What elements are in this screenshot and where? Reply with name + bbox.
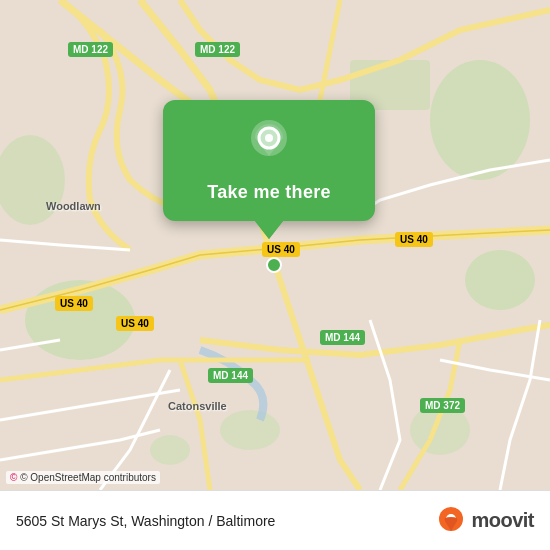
openstreetmap-credit: © © OpenStreetMap contributors [6, 471, 160, 484]
road-badge-md122-tc: MD 122 [195, 42, 240, 57]
road-badge-us40-lower: US 40 [116, 316, 154, 331]
road-badge-us40-left: US 40 [55, 296, 93, 311]
address-text: 5605 St Marys St, Washington / Baltimore [16, 513, 435, 529]
city-label-woodlawn: Woodlawn [46, 200, 101, 212]
take-me-there-callout[interactable]: Take me there [163, 100, 375, 221]
svg-point-6 [220, 410, 280, 450]
map-container: MD 122 MD 122 US 40 US 40 US 40 US 40 MD… [0, 0, 550, 490]
road-badge-md144-l: MD 144 [208, 368, 253, 383]
location-pin-icon [247, 118, 291, 174]
road-badge-us40-center: US 40 [262, 242, 300, 257]
road-badge-md122-tl: MD 122 [68, 42, 113, 57]
svg-point-3 [465, 250, 535, 310]
callout-label: Take me there [207, 182, 331, 203]
road-badge-us40-right: US 40 [395, 232, 433, 247]
city-label-catonsville: Catonsville [168, 400, 227, 412]
road-badge-md372: MD 372 [420, 398, 465, 413]
moovit-logo: moovit [435, 505, 534, 537]
moovit-logo-text: moovit [471, 509, 534, 532]
bottom-bar: 5605 St Marys St, Washington / Baltimore… [0, 490, 550, 550]
svg-point-2 [430, 60, 530, 180]
svg-point-8 [150, 435, 190, 465]
moovit-icon [435, 505, 467, 537]
svg-point-9 [267, 258, 281, 272]
road-badge-md144-r: MD 144 [320, 330, 365, 345]
